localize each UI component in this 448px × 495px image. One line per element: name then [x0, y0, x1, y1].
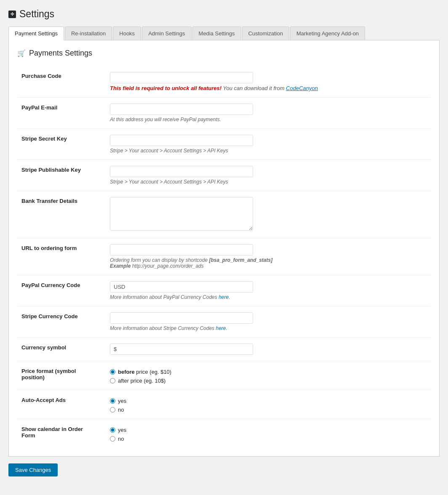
field-stripe-secret-key: Stripe > Your account > Account Settings…: [101, 129, 431, 160]
paypal-currency-code-input[interactable]: [110, 281, 253, 293]
field-paypal-currency-code: More information about PayPal Currency C…: [101, 275, 431, 306]
currency-symbol-input[interactable]: [110, 343, 253, 355]
purchase-code-error: This field is required to unlock all fea…: [110, 85, 427, 91]
label-currency-symbol: Currency symbol: [17, 338, 101, 361]
row-stripe-currency-code: Stripe Currency Code More information ab…: [17, 306, 431, 338]
stripe-secret-key-input[interactable]: [110, 135, 253, 146]
field-price-format: before price (eg. $10) after price (eg. …: [101, 361, 431, 390]
content-panel: 🛒 Payments Settings Purchase Code This f…: [8, 40, 440, 457]
form-table: Purchase Code This field is required to …: [17, 66, 431, 448]
row-price-format: Price format (symbol position) before pr…: [17, 361, 431, 390]
label-url-ordering-form: URL to ordering form: [17, 238, 101, 275]
paypal-currency-code-description: More information about PayPal Currency C…: [110, 294, 427, 300]
save-changes-button[interactable]: Save Changes: [8, 463, 58, 476]
tab-payment-settings[interactable]: Payment Settings: [8, 27, 64, 40]
field-stripe-currency-code: More information about Stripe Currency C…: [101, 306, 431, 338]
stripe-publishable-key-description: Stripe > Your account > Account Settings…: [110, 179, 427, 185]
bank-transfer-textarea[interactable]: [110, 197, 253, 231]
show-calendar-no-radio[interactable]: [110, 436, 115, 442]
row-paypal-email: PayPal E-mail At this address you will r…: [17, 98, 431, 129]
auto-accept-no-radio[interactable]: [110, 407, 115, 412]
row-purchase-code: Purchase Code This field is required to …: [17, 66, 431, 98]
row-currency-symbol: Currency symbol: [17, 338, 431, 361]
url-ordering-form-input[interactable]: [110, 244, 253, 255]
label-stripe-publishable-key: Stripe Publishable Key: [17, 160, 101, 191]
price-format-radio-group: before price (eg. $10) after price (eg. …: [110, 367, 427, 384]
label-purchase-code: Purchase Code: [17, 66, 101, 98]
auto-accept-yes-radio[interactable]: [110, 398, 115, 404]
field-auto-accept-ads: yes no: [101, 390, 431, 419]
price-format-before-radio[interactable]: [110, 369, 115, 375]
stripe-currency-code-input[interactable]: [110, 312, 253, 324]
section-title: 🛒 Payments Settings: [17, 49, 431, 58]
paypal-email-input[interactable]: [110, 104, 253, 115]
show-calendar-yes-radio[interactable]: [110, 427, 115, 433]
auto-accept-radio-group: yes no: [110, 396, 427, 413]
tab-customization[interactable]: Customization: [242, 27, 289, 40]
url-ordering-form-description: Ordering form you can display by shortco…: [110, 257, 427, 269]
row-bank-transfer: Bank Transfer Details: [17, 191, 431, 238]
stripe-currency-here-link[interactable]: here: [216, 325, 226, 331]
price-format-after-option[interactable]: after price (eg. 10$): [110, 378, 427, 384]
tab-marketing-agency-add-on[interactable]: Marketing Agency Add-on: [290, 27, 365, 40]
show-calendar-no-option[interactable]: no: [110, 436, 427, 442]
row-url-ordering-form: URL to ordering form Ordering form you c…: [17, 238, 431, 275]
tab-hooks[interactable]: Hooks: [113, 27, 141, 40]
row-stripe-secret-key: Stripe Secret Key Stripe > Your account …: [17, 129, 431, 160]
price-format-before-option[interactable]: before price (eg. $10): [110, 369, 427, 375]
tab-re-installation[interactable]: Re-installation: [65, 27, 112, 40]
stripe-currency-code-description: More information about Stripe Currency C…: [110, 325, 427, 331]
field-bank-transfer: [101, 191, 431, 238]
codecanyon-link[interactable]: CodeCanyon: [286, 85, 318, 91]
field-currency-symbol: [101, 338, 431, 361]
paypal-currency-here-link[interactable]: here: [219, 294, 229, 300]
page-title: ✣ Settings: [8, 8, 440, 20]
tab-media-settings[interactable]: Media Settings: [192, 27, 241, 40]
label-auto-accept-ads: Auto-Accept Ads: [17, 390, 101, 419]
field-stripe-publishable-key: Stripe > Your account > Account Settings…: [101, 160, 431, 191]
field-purchase-code: This field is required to unlock all fea…: [101, 66, 431, 98]
auto-accept-no-option[interactable]: no: [110, 407, 427, 413]
row-show-calendar: Show calendar in Order Form yes no: [17, 419, 431, 448]
cart-icon: 🛒: [17, 49, 26, 57]
row-paypal-currency-code: PayPal Currency Code More information ab…: [17, 275, 431, 306]
label-show-calendar: Show calendar in Order Form: [17, 419, 101, 448]
row-stripe-publishable-key: Stripe Publishable Key Stripe > Your acc…: [17, 160, 431, 191]
field-show-calendar: yes no: [101, 419, 431, 448]
label-bank-transfer: Bank Transfer Details: [17, 191, 101, 238]
auto-accept-yes-option[interactable]: yes: [110, 398, 427, 404]
paypal-email-description: At this address you will receive PayPal …: [110, 117, 427, 122]
label-stripe-currency-code: Stripe Currency Code: [17, 306, 101, 338]
label-paypal-email: PayPal E-mail: [17, 98, 101, 129]
field-paypal-email: At this address you will receive PayPal …: [101, 98, 431, 129]
stripe-secret-key-description: Stripe > Your account > Account Settings…: [110, 148, 427, 154]
field-url-ordering-form: Ordering form you can display by shortco…: [101, 238, 431, 275]
tab-admin-settings[interactable]: Admin Settings: [142, 27, 191, 40]
tabs-bar: Payment Settings Re-installation Hooks A…: [8, 27, 440, 40]
label-stripe-secret-key: Stripe Secret Key: [17, 129, 101, 160]
stripe-publishable-key-input[interactable]: [110, 166, 253, 177]
purchase-code-input[interactable]: [110, 72, 253, 83]
label-paypal-currency-code: PayPal Currency Code: [17, 275, 101, 306]
row-auto-accept-ads: Auto-Accept Ads yes no: [17, 390, 431, 419]
show-calendar-yes-option[interactable]: yes: [110, 427, 427, 433]
settings-icon: ✣: [8, 11, 16, 18]
price-format-after-radio[interactable]: [110, 378, 115, 383]
label-price-format: Price format (symbol position): [17, 361, 101, 390]
show-calendar-radio-group: yes no: [110, 425, 427, 442]
